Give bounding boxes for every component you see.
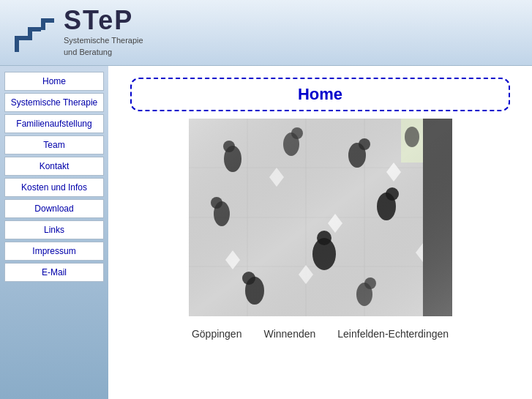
location-label: Leinfelden-Echterdingen xyxy=(337,328,449,340)
sidebar: HomeSystemische TherapieFamilienaufstell… xyxy=(0,66,108,399)
nav-item-home[interactable]: Home xyxy=(4,72,104,91)
nav-item-kontakt[interactable]: Kontakt xyxy=(4,157,104,176)
content-area: Home xyxy=(108,66,532,399)
logo-subtitle: Systemische Therapie und Beratung xyxy=(64,35,143,58)
page-title-box: Home xyxy=(130,78,510,111)
location-label: Göppingen xyxy=(192,328,242,340)
svg-rect-1 xyxy=(15,36,19,52)
logo-title: STeP xyxy=(64,7,143,34)
logo-text-block: STeP Systemische Therapie und Beratung xyxy=(64,7,143,58)
nav-item-systemische-therapie[interactable]: Systemische Therapie xyxy=(4,93,104,112)
page-title: Home xyxy=(298,85,342,103)
nav-item-links[interactable]: Links xyxy=(4,220,104,239)
nav-item-impressum[interactable]: Impressum xyxy=(4,242,104,261)
main-area: HomeSystemische TherapieFamilienaufstell… xyxy=(0,66,532,399)
header: STeP Systemische Therapie und Beratung xyxy=(0,0,532,66)
locations: GöppingenWinnendenLeinfelden-Echterdinge… xyxy=(123,328,517,340)
location-label: Winnenden xyxy=(263,328,315,340)
nav-item-familienaufstellung[interactable]: Familienaufstellung xyxy=(4,114,104,133)
main-image xyxy=(189,119,452,316)
logo-container: STeP Systemische Therapie und Beratung xyxy=(15,7,143,58)
app-container: STeP Systemische Therapie und Beratung H… xyxy=(0,0,532,399)
svg-rect-39 xyxy=(189,119,452,316)
nav-item-e-mail[interactable]: E-Mail xyxy=(4,263,104,282)
nav-item-kosten-und-infos[interactable]: Kosten und Infos xyxy=(4,178,104,197)
stairs-logo-icon xyxy=(15,12,55,53)
svg-rect-3 xyxy=(28,27,32,40)
nav-item-team[interactable]: Team xyxy=(4,135,104,154)
nav-item-download[interactable]: Download xyxy=(4,199,104,218)
svg-rect-5 xyxy=(41,18,45,30)
